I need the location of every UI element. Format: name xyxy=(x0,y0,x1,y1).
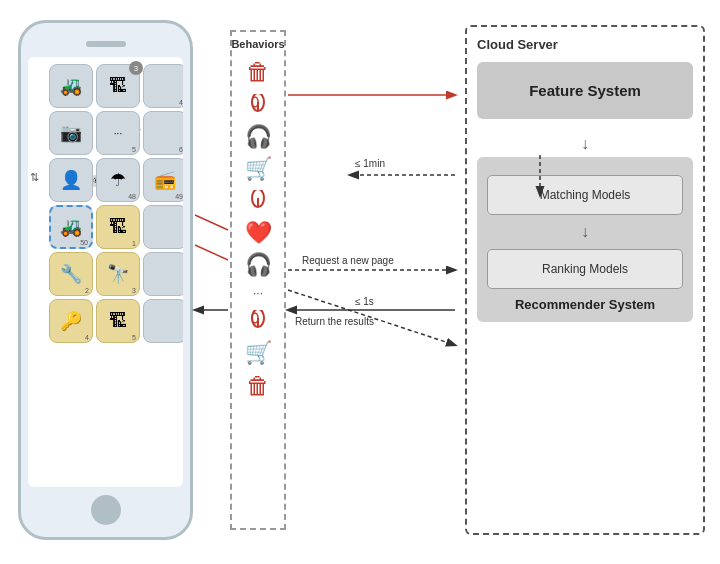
app-icon-key: 🔑 4 xyxy=(49,299,93,343)
app-icon-tower: 🏗 3 xyxy=(96,64,140,108)
behavior-dots: ··· xyxy=(253,286,263,300)
behavior-click1 xyxy=(247,94,269,116)
recommender-section: Matching Models ↓ Ranking Models Recomme… xyxy=(477,157,693,322)
app-icon-radio: 📻 49 xyxy=(143,158,183,202)
behaviors-column: Behaviors 🗑 🎧 🛒 ❤️ 🎧 ··· 🛒 🗑 xyxy=(230,30,286,530)
app-icon-umbrella: ☂ 48 xyxy=(96,158,140,202)
cloud-server-title: Cloud Server xyxy=(477,37,693,52)
behavior-trash2: 🗑 xyxy=(246,374,270,398)
behavior-cart2: 🛒 xyxy=(245,342,272,364)
matching-to-ranking-arrow: ↓ xyxy=(487,223,683,241)
svg-line-14 xyxy=(195,245,228,260)
app-icon-dots: ··· 5 xyxy=(96,111,140,155)
app-icon-blank5 xyxy=(143,299,183,343)
app-icon-person: 👤 xyxy=(49,158,93,202)
app-icon-blank1: 4 xyxy=(143,64,183,108)
ranking-models-label: Ranking Models xyxy=(542,262,628,276)
label-request: Request a new page xyxy=(302,255,394,266)
label-return: Return the results xyxy=(295,316,374,327)
behavior-heart: ❤️ xyxy=(245,222,272,244)
matching-models-box: Matching Models xyxy=(487,175,683,215)
cloud-server: Cloud Server Feature System ↓ Matching M… xyxy=(465,25,705,535)
app-icon-tower2: 🏗 1 xyxy=(96,205,140,249)
phone-screen: ⇅ 👁 10s ··· 🚜 🏗 3 4 xyxy=(28,57,183,487)
feature-system-box: Feature System xyxy=(477,62,693,119)
behavior-headphone2: 🎧 xyxy=(245,254,272,276)
app-icon-atv2: 🚜 50 xyxy=(49,205,93,249)
feature-system-label: Feature System xyxy=(529,82,641,99)
behavior-click2 xyxy=(247,190,269,212)
app-icon-camera: 📷 xyxy=(49,111,93,155)
app-icon-wrench: 🔧 2 xyxy=(49,252,93,296)
scroll-indicator: ⇅ xyxy=(30,171,39,184)
app-icon-blank4 xyxy=(143,252,183,296)
phone: ⇅ 👁 10s ··· 🚜 🏗 3 4 xyxy=(18,20,193,540)
matching-models-label: Matching Models xyxy=(540,188,631,202)
behavior-click3 xyxy=(247,310,269,332)
behaviors-title: Behaviors xyxy=(231,38,284,50)
behavior-trash: 🗑 xyxy=(246,60,270,84)
label-1s: ≤ 1s xyxy=(355,296,374,307)
app-icon-tower3: 🏗 5 xyxy=(96,299,140,343)
diagram: ⇅ 👁 10s ··· 🚜 🏗 3 4 xyxy=(0,0,720,564)
ranking-models-box: Ranking Models xyxy=(487,249,683,289)
phone-home-button xyxy=(91,495,121,525)
app-icon-blank2: 6 xyxy=(143,111,183,155)
label-1min: ≤ 1min xyxy=(355,158,385,169)
app-icon-atv: 🚜 xyxy=(49,64,93,108)
svg-line-13 xyxy=(195,215,228,230)
app-icon-blank3 xyxy=(143,205,183,249)
recommender-title: Recommender System xyxy=(487,297,683,312)
feature-to-recommender-arrow: ↓ xyxy=(477,135,693,153)
behavior-cart: 🛒 xyxy=(245,158,272,180)
phone-speaker xyxy=(86,41,126,47)
behavior-headphone: 🎧 xyxy=(245,126,272,148)
app-grid: 🚜 🏗 3 4 📷 ··· 5 xyxy=(46,61,183,346)
app-icon-binoculars: 🔭 3 xyxy=(96,252,140,296)
